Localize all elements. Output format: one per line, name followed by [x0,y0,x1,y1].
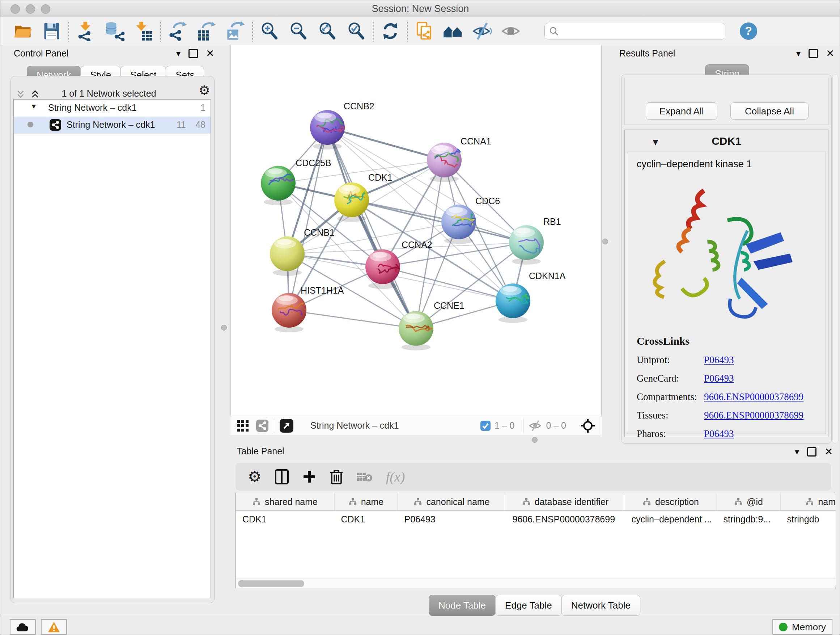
column-header-shared-name[interactable]: shared name [236,493,335,511]
help-button[interactable]: ? [740,22,757,40]
column-header-name[interactable]: name [335,493,398,511]
network-row-selected[interactable]: String Network – cdk1 11 48 [14,117,210,134]
save-session-button[interactable] [37,19,66,43]
table-cell[interactable]: CDK1 [335,511,398,528]
column-header-description[interactable]: description [625,493,717,511]
network-node-CDKN1A[interactable]: CDKN1A [496,271,566,323]
protein-structure-image [638,185,808,329]
tree-options-gear-icon[interactable]: ⚙ [199,84,210,97]
delete-table-icon[interactable] [356,470,373,483]
search-field[interactable] [545,23,725,40]
zoom-fit-button[interactable] [313,19,342,43]
table-cell[interactable]: cyclin–dependent ... [625,511,717,528]
table-cell[interactable]: CDK1 [236,511,335,528]
crosslink-value-link[interactable]: P06493 [704,355,734,366]
network-edge[interactable] [352,200,526,242]
network-view-canvas[interactable]: CCNB2CCNA1CDC25BCDK1CDC6RB1CCNB1CCNA2CDK… [231,45,602,416]
refresh-view-button[interactable] [376,19,405,43]
network-share-view-icon[interactable] [256,419,269,432]
left-splitter-handle[interactable] [221,325,227,331]
cloud-status-button[interactable] [10,619,36,635]
search-input[interactable] [561,26,721,36]
delete-column-trash-icon[interactable] [330,469,343,485]
network-node-RB1[interactable]: RB1 [509,217,561,264]
panel-close-icon[interactable]: ✕ [206,49,214,59]
network-edge[interactable] [287,222,459,254]
crosslink-value-link[interactable]: P06493 [704,428,734,440]
table-settings-gear-icon[interactable]: ⚙ [248,469,262,485]
table-cell[interactable]: P06493 [398,511,506,528]
network-node-CDK1[interactable]: CDK1 [334,172,393,222]
panel-menu-caret-icon[interactable]: ▾ [795,448,799,456]
panel-close-icon[interactable]: ✕ [824,447,833,457]
network-node-CDC6[interactable]: CDC6 [441,196,500,244]
crosslink-value-link[interactable]: 9606.ENSP00000378699 [704,410,804,421]
panel-close-icon[interactable]: ✕ [826,49,834,59]
zoom-in-button[interactable] [255,19,284,43]
grid-view-icon[interactable] [236,419,249,432]
panel-float-icon[interactable] [808,49,818,58]
hide-selected-button[interactable] [468,19,497,43]
tree-expand-triangle-icon[interactable]: ▼ [30,103,37,111]
network-view-toolbar: String Network – cdk1 1 – 0 0 – 0 [231,416,602,435]
panel-menu-caret-icon[interactable]: ▾ [796,49,801,58]
import-table-file-button[interactable] [129,19,158,43]
window-title: Session: New Session [0,3,840,14]
export-network-button[interactable] [163,19,192,43]
show-columns-icon[interactable] [275,469,289,485]
show-all-button[interactable] [497,19,526,43]
right-splitter-handle[interactable] [602,239,608,244]
warnings-button[interactable] [41,619,67,635]
network-node-CCNB1[interactable]: CCNB1 [270,227,335,276]
scrollbar-thumb[interactable] [238,580,304,587]
table-cell[interactable]: stringdb [781,511,836,528]
results-scrollbar-track[interactable] [832,74,838,443]
column-header-namespace[interactable]: namespace [781,493,836,511]
network-edge[interactable] [289,127,327,310]
network-node-HIST1H1A[interactable]: HIST1H1A [272,285,344,333]
hidden-eye-slash-icon[interactable] [529,420,542,432]
birds-eye-view-icon[interactable] [279,418,294,433]
table-cell[interactable]: stringdb:9... [717,511,781,528]
export-image-button[interactable] [221,19,250,43]
collapse-all-chevron-icon[interactable] [16,90,25,99]
clone-network-button[interactable] [410,19,439,43]
collapse-all-button[interactable]: Collapse All [730,103,808,120]
zoom-selected-button[interactable] [342,19,371,43]
selected-checkbox-icon[interactable] [480,420,491,431]
table-horizontal-scrollbar[interactable] [236,578,835,588]
node-result-header[interactable]: ▼ CDK1 [625,130,828,152]
fit-target-crosshair-icon[interactable] [581,418,595,433]
table-cell[interactable]: 9606.ENSP00000378699 [506,511,625,528]
export-table-button[interactable] [192,19,221,43]
expand-all-button[interactable]: Expand All [646,103,717,120]
panel-float-icon[interactable] [807,447,816,456]
memory-button[interactable]: Memory [772,619,832,635]
column-header-database-identifier[interactable]: database identifier [506,493,625,511]
tab-edge-table[interactable]: Edge Table [495,595,562,616]
network-edge[interactable] [327,127,416,328]
panel-float-icon[interactable] [188,49,198,58]
network-node-CDC25B[interactable]: CDC25B [261,158,332,205]
column-header--id[interactable]: @id [717,493,781,511]
network-edge[interactable] [289,310,416,328]
tab-node-table[interactable]: Node Table [429,595,496,616]
tab-network-table[interactable]: Network Table [561,595,640,616]
import-network-file-button[interactable] [71,19,100,43]
table-row[interactable]: CDK1CDK1P064939606.ENSP00000378699cyclin… [236,511,836,528]
import-network-database-button[interactable] [100,19,129,43]
bottom-splitter-handle[interactable] [532,437,538,443]
home-button[interactable] [439,19,468,43]
function-builder-fx-icon[interactable]: f(x) [386,469,405,485]
crosslink-value-link[interactable]: P06493 [704,373,734,384]
network-node-CCNE1[interactable]: CCNE1 [399,301,464,350]
network-collection-row[interactable]: ▼ String Network – cdk1 1 [14,100,210,117]
zoom-out-button[interactable] [284,19,313,43]
network-node-CCNB2[interactable]: CCNB2 [310,101,374,149]
crosslink-value-link[interactable]: 9606.ENSP00000378699 [704,391,804,402]
open-session-button[interactable] [8,19,37,43]
column-header-canonical-name[interactable]: canonical name [398,493,506,511]
add-column-plus-icon[interactable] [302,470,317,484]
panel-menu-caret-icon[interactable]: ▾ [176,49,180,58]
network-graph[interactable]: CCNB2CCNA1CDC25BCDK1CDC6RB1CCNB1CCNA2CDK… [231,45,601,415]
